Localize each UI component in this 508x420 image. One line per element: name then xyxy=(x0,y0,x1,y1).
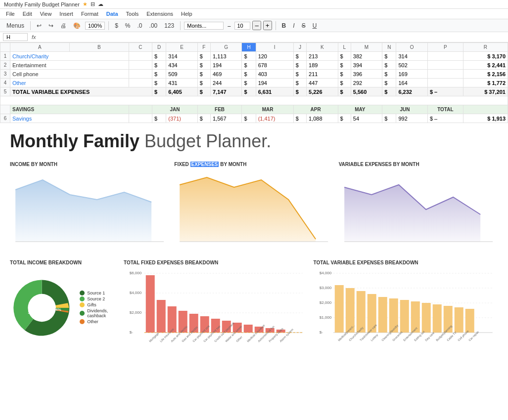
oth-m[interactable]: 292 xyxy=(351,79,382,87)
col-g[interactable]: G xyxy=(210,43,241,52)
formula-input[interactable] xyxy=(40,34,505,40)
church-o[interactable]: 314 xyxy=(396,52,427,61)
menu-tools[interactable]: Tools xyxy=(122,10,143,18)
cp-p[interactable] xyxy=(427,70,463,79)
church-k[interactable]: 213 xyxy=(307,52,338,61)
oth-f[interactable]: $ xyxy=(197,79,210,87)
col-e[interactable]: E xyxy=(166,43,197,52)
undo-btn[interactable]: ↩ xyxy=(34,21,44,30)
col-b[interactable]: B xyxy=(69,43,129,52)
cp-k[interactable]: 211 xyxy=(307,70,338,79)
col-j[interactable]: J xyxy=(293,43,306,52)
sv-h[interactable]: $ xyxy=(242,114,256,123)
oth-p[interactable] xyxy=(427,79,463,87)
sv-e[interactable]: (371) xyxy=(166,114,197,123)
ent-j[interactable]: $ xyxy=(293,61,306,70)
redo-btn[interactable]: ↪ xyxy=(46,21,56,30)
ent-n[interactable]: $ xyxy=(382,61,396,70)
church-e[interactable]: 314 xyxy=(166,52,197,61)
currency-btn[interactable]: $ xyxy=(112,21,121,30)
col-p[interactable]: P xyxy=(427,43,463,52)
strikethrough-btn[interactable]: S xyxy=(299,21,308,30)
ent-g[interactable]: 194 xyxy=(210,61,241,70)
sv-p[interactable]: $ – xyxy=(427,114,463,123)
church-i[interactable]: 120 xyxy=(256,52,293,61)
sv-k[interactable]: 1,088 xyxy=(307,114,338,123)
sv-f[interactable]: $ xyxy=(197,114,210,123)
col-r[interactable]: R xyxy=(463,43,508,52)
menu-format[interactable]: Format xyxy=(77,10,102,18)
font-selector[interactable]: Monts... xyxy=(184,22,224,30)
church-g[interactable]: 1,113 xyxy=(210,52,241,61)
sv-j[interactable]: $ xyxy=(293,114,306,123)
cp-l[interactable]: $ xyxy=(338,70,351,79)
menu-extensions[interactable]: Extensions xyxy=(142,10,177,18)
menu-edit[interactable]: Edit xyxy=(19,10,36,18)
sv-d[interactable]: $ xyxy=(152,114,166,123)
ent-p[interactable] xyxy=(427,61,463,70)
menu-data[interactable]: Data xyxy=(102,10,122,18)
decimals-btn[interactable]: .00 xyxy=(147,21,160,30)
sv-i[interactable]: (1,417) xyxy=(256,114,293,123)
col-d[interactable]: D xyxy=(152,43,166,52)
oth-h[interactable]: $ xyxy=(242,79,256,87)
sv-l[interactable]: $ xyxy=(338,114,351,123)
church-l[interactable]: $ xyxy=(338,52,351,61)
print-btn[interactable]: 🖨 xyxy=(58,21,69,30)
ent-e[interactable]: 434 xyxy=(166,61,197,70)
menus-btn[interactable]: Menus xyxy=(4,21,27,30)
save-icon[interactable]: ⊟ xyxy=(91,1,95,7)
col-k[interactable]: K xyxy=(307,43,338,52)
cp-f[interactable]: $ xyxy=(197,70,210,79)
col-a[interactable]: A xyxy=(10,43,70,52)
church-n[interactable]: $ xyxy=(382,52,396,61)
font-size-decrease-btn[interactable]: – xyxy=(252,21,261,30)
commas-btn[interactable]: .0 xyxy=(135,21,145,30)
font-size-increase-btn[interactable]: + xyxy=(263,21,272,30)
ent-h[interactable]: $ xyxy=(242,61,256,70)
entertainment-label[interactable]: Entertainment xyxy=(10,61,129,70)
bold-btn[interactable]: B xyxy=(279,21,289,30)
col-m[interactable]: M xyxy=(351,43,382,52)
ent-m[interactable]: 394 xyxy=(351,61,382,70)
ent-c[interactable] xyxy=(129,61,152,70)
col-c[interactable]: C xyxy=(129,43,152,52)
church-h[interactable]: $ xyxy=(242,52,256,61)
cp-i[interactable]: 403 xyxy=(256,70,293,79)
cp-j[interactable]: $ xyxy=(293,70,306,79)
church-label[interactable]: Church/Charity xyxy=(10,52,129,61)
menu-insert[interactable]: Insert xyxy=(55,10,77,18)
cp-o[interactable]: 169 xyxy=(396,70,427,79)
oth-n[interactable]: $ xyxy=(382,79,396,87)
menu-file[interactable]: File xyxy=(2,10,19,18)
paint-btn[interactable]: 🎨 xyxy=(71,21,83,30)
font-size-selector[interactable]: 10 xyxy=(234,22,250,30)
cloud-icon[interactable]: ☁ xyxy=(98,1,103,7)
col-n[interactable]: N xyxy=(382,43,396,52)
ent-d[interactable]: $ xyxy=(152,61,166,70)
cp-n[interactable]: $ xyxy=(382,70,396,79)
col-f[interactable]: F xyxy=(197,43,210,52)
savings-item-label[interactable]: Savings xyxy=(10,114,129,123)
col-i[interactable]: I xyxy=(256,43,293,52)
ent-l[interactable]: $ xyxy=(338,61,351,70)
cellphone-label[interactable]: Cell phone xyxy=(10,70,129,79)
sv-m[interactable]: 54 xyxy=(351,114,382,123)
cp-m[interactable]: 396 xyxy=(351,70,382,79)
oth-g[interactable]: 244 xyxy=(210,79,241,87)
menu-help[interactable]: Help xyxy=(177,10,196,18)
menu-view[interactable]: View xyxy=(36,10,56,18)
oth-e[interactable]: 431 xyxy=(166,79,197,87)
oth-o[interactable]: 164 xyxy=(396,79,427,87)
col-o[interactable]: O xyxy=(396,43,427,52)
cp-g[interactable]: 469 xyxy=(210,70,241,79)
cell-reference[interactable]: H xyxy=(3,33,28,41)
oth-l[interactable]: $ xyxy=(338,79,351,87)
cp-d[interactable]: $ xyxy=(152,70,166,79)
ent-i[interactable]: 678 xyxy=(256,61,293,70)
oth-k[interactable]: 447 xyxy=(307,79,338,87)
underline-btn[interactable]: U xyxy=(310,21,320,30)
sv-o[interactable]: 992 xyxy=(396,114,427,123)
oth-j[interactable]: $ xyxy=(293,79,306,87)
church-d[interactable]: $ xyxy=(152,52,166,61)
